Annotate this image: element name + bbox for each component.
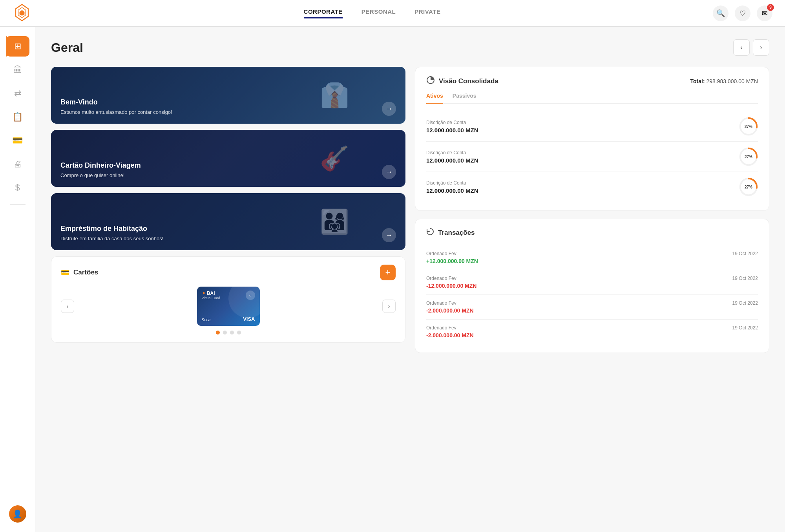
account-1-label: Discrição de Conta	[426, 120, 478, 125]
banners-section: 👔 Bem-Vindo Estamos muito entusiasmado p…	[51, 67, 405, 250]
receipts-icon: 🖨	[13, 159, 22, 169]
tx-3-date: 19 Oct 2022	[732, 300, 758, 306]
tx-row-3: Ordenado Fev -2.000.000.00 MZN 19 Oct 20…	[426, 295, 758, 320]
account-2-value: 12.000.000.00 MZN	[426, 157, 478, 164]
card-icon: 💳	[12, 135, 23, 146]
nav-actions: 🔍 ♡ ✉ 9	[713, 5, 772, 21]
cards-widget: 💳 Cartões + ‹ ✦	[51, 256, 405, 343]
next-arrow-button[interactable]: ›	[753, 39, 769, 56]
transacoes-title: Transações	[426, 228, 758, 238]
add-card-button[interactable]: +	[380, 265, 396, 280]
account-2-donut: 27%	[739, 147, 758, 166]
visao-total: Total: 298.983.000.00 MZN	[690, 78, 758, 84]
tx-row-4: Ordenado Fev -2.000.000.00 MZN 19 Oct 20…	[426, 320, 758, 344]
search-button[interactable]: 🔍	[713, 5, 728, 21]
tx-1-label: Ordenado Fev	[426, 251, 478, 256]
app-layout: ⊞ 🏛 ⇄ 📋 💳 🖨 $ 👤 Geral	[0, 27, 785, 532]
carousel-prev-button[interactable]: ‹	[61, 300, 74, 313]
page-nav-arrows: ‹ ›	[733, 39, 769, 56]
banner-1-subtitle: Estamos muito entusiasmado por contar co…	[60, 109, 382, 116]
dot-1[interactable]	[216, 331, 220, 335]
visao-title: Visão Consolidada	[426, 76, 498, 86]
transacoes-card: Transações Ordenado Fev +12.000.000.00 M…	[415, 219, 769, 353]
account-3-donut: 27%	[739, 177, 758, 196]
tx-3-amount: -2.000.000.00 MZN	[426, 307, 474, 314]
dashboard-icon: ⊞	[14, 41, 21, 51]
nav-private[interactable]: PRIVATE	[414, 8, 440, 18]
donut-1-label: 27%	[745, 124, 752, 129]
banner-3-subtitle: Disfrute em família da casa dos seus son…	[60, 235, 382, 242]
banner-3-title: Empréstimo de Habitação	[60, 225, 382, 233]
left-column: 👔 Bem-Vindo Estamos muito entusiasmado p…	[51, 67, 405, 353]
banner-1-arrow[interactable]: →	[382, 102, 396, 116]
cards-label: Cartões	[73, 269, 98, 276]
svg-marker-2	[20, 10, 25, 15]
nav-personal[interactable]: PERSONAL	[361, 8, 396, 18]
account-3-info: Discrição de Conta 12.000.000.00 MZN	[426, 180, 478, 194]
sidebar-item-receipts[interactable]: 🖨	[6, 154, 29, 174]
bank-icon: 🏛	[13, 65, 22, 75]
tx-row-2: Ordenado Fev -12.000.000.00 MZN 19 Oct 2…	[426, 270, 758, 295]
tx-4-amount: -2.000.000.00 MZN	[426, 332, 474, 338]
card-brand: VISA	[243, 316, 255, 322]
nav-corporate[interactable]: CORPORATE	[304, 8, 343, 18]
banner-2-arrow[interactable]: →	[382, 165, 396, 179]
messages-button[interactable]: ✉ 9	[757, 5, 772, 21]
sidebar-item-payments[interactable]: $	[6, 177, 29, 198]
banner-3-arrow[interactable]: →	[382, 228, 396, 242]
sidebar-item-dashboard[interactable]: ⊞	[6, 36, 29, 57]
tx-2-amount: -12.000.000.00 MZN	[426, 283, 476, 289]
tx-4-label: Ordenado Fev	[426, 325, 474, 331]
sidebar-item-transfer[interactable]: ⇄	[6, 83, 29, 104]
tab-ativos[interactable]: Ativos	[426, 93, 443, 104]
refresh-icon	[426, 228, 434, 238]
banner-bem-vindo[interactable]: 👔 Bem-Vindo Estamos muito entusiasmado p…	[51, 67, 405, 124]
dot-3[interactable]	[230, 331, 234, 335]
account-2-info: Discrição de Conta 12.000.000.00 MZN	[426, 150, 478, 164]
cards-title: 💳 Cartões	[61, 268, 98, 277]
dot-4[interactable]	[237, 331, 241, 335]
dot-2[interactable]	[223, 331, 227, 335]
tx-4-info: Ordenado Fev -2.000.000.00 MZN	[426, 325, 474, 338]
messages-badge: 9	[767, 4, 774, 11]
search-icon: 🔍	[716, 9, 725, 18]
visao-title-text: Visão Consolidada	[439, 77, 498, 85]
sidebar-item-documents[interactable]: 📋	[6, 107, 29, 127]
user-avatar[interactable]: 👤	[9, 505, 26, 523]
transacoes-label: Transações	[438, 229, 475, 237]
content-grid: 👔 Bem-Vindo Estamos muito entusiasmado p…	[51, 67, 769, 353]
account-1-info: Discrição de Conta 12.000.000.00 MZN	[426, 120, 478, 133]
prev-arrow-button[interactable]: ‹	[733, 39, 750, 56]
active-indicator	[6, 36, 7, 57]
tx-1-info: Ordenado Fev +12.000.000.00 MZN	[426, 251, 478, 264]
carousel-next-button[interactable]: ›	[382, 300, 396, 313]
account-3-label: Discrição de Conta	[426, 180, 478, 186]
account-row-1: Discrição de Conta 12.000.000.00 MZN 27%	[426, 112, 758, 142]
sidebar-item-bank[interactable]: 🏛	[6, 60, 29, 80]
card-bottom: Koca VISA	[202, 316, 255, 322]
avatar-image: 👤	[13, 509, 22, 519]
tab-passivos[interactable]: Passivos	[453, 93, 476, 104]
sidebar: ⊞ 🏛 ⇄ 📋 💳 🖨 $ 👤	[0, 27, 35, 532]
logo[interactable]	[13, 3, 31, 24]
main-content: Geral ‹ › 👔 Bem-Vin	[35, 27, 785, 532]
chevron-right-icon: ›	[760, 44, 762, 51]
tx-2-date: 19 Oct 2022	[732, 276, 758, 281]
payments-icon: $	[15, 183, 20, 193]
sidebar-item-cards[interactable]: 💳	[6, 130, 29, 151]
banner-1-title: Bem-Vindo	[60, 98, 382, 106]
account-1-donut: 27%	[739, 117, 758, 136]
banner-cartao[interactable]: 🎸 Cartão Dinheiro-Viagem Compre o que qu…	[51, 130, 405, 187]
transfer-icon: ⇄	[14, 88, 21, 99]
pie-chart-icon	[426, 76, 435, 86]
credit-card: ✦ BAI Virtual Card ○	[197, 287, 260, 326]
total-label: Total:	[690, 78, 705, 84]
tx-2-info: Ordenado Fev -12.000.000.00 MZN	[426, 276, 476, 289]
visao-tabs: Ativos Passivos	[426, 93, 758, 104]
favorites-button[interactable]: ♡	[735, 5, 750, 21]
tx-1-date: 19 Oct 2022	[732, 251, 758, 256]
tx-3-label: Ordenado Fev	[426, 300, 474, 306]
account-3-value: 12.000.000.00 MZN	[426, 187, 478, 194]
credit-card-icon: 💳	[61, 268, 69, 277]
banner-emprestimo[interactable]: 👨‍👩‍👧 Empréstimo de Habitação Disfrute e…	[51, 193, 405, 250]
